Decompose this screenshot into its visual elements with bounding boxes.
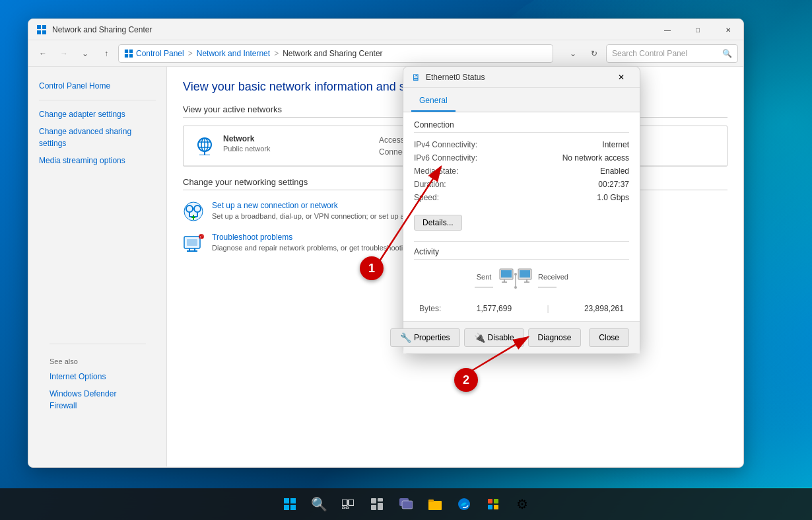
dialog-title-bar: 🖥 Ethernet0 Status ✕ bbox=[403, 67, 640, 88]
dropdown-button[interactable]: ⌄ bbox=[564, 44, 582, 63]
breadcrumb-network-internet[interactable]: Network and Internet bbox=[197, 49, 270, 58]
ipv6-label: IPv6 Connectivity: bbox=[414, 153, 477, 163]
up-button[interactable]: ↑ bbox=[97, 44, 116, 63]
svg-point-47 bbox=[514, 286, 517, 289]
ipv4-label: IPv4 Connectivity: bbox=[414, 140, 477, 149]
disable-button[interactable]: 🔌 Disable bbox=[464, 328, 524, 347]
dialog-content: Connection IPv4 Connectivity: Internet I… bbox=[403, 112, 640, 321]
troubleshoot-svg: ! bbox=[183, 233, 204, 254]
svg-rect-55 bbox=[342, 500, 347, 505]
sent-bytes: 1,577,699 bbox=[477, 304, 512, 313]
breadcrumb-cp[interactable]: Control Panel bbox=[136, 49, 184, 58]
ipv6-row: IPv6 Connectivity: No network access bbox=[414, 151, 629, 165]
sidebar-item-defender-firewall[interactable]: Windows Defender Firewall bbox=[39, 385, 156, 414]
sidebar-item-change-advanced-sharing[interactable]: Change advanced sharing settings bbox=[28, 123, 166, 152]
taskbar-search-icon[interactable]: 🔍 bbox=[307, 492, 331, 516]
new-connection-svg bbox=[183, 201, 204, 222]
taskbar-edge-icon[interactable] bbox=[452, 492, 476, 516]
recent-button[interactable]: ⌄ bbox=[76, 44, 94, 63]
svg-rect-4 bbox=[125, 49, 128, 52]
taskbar-store-icon[interactable] bbox=[481, 492, 505, 516]
svg-rect-71 bbox=[488, 505, 492, 509]
svg-rect-60 bbox=[378, 498, 383, 501]
svg-rect-51 bbox=[284, 498, 289, 503]
network-name: Network bbox=[223, 134, 271, 143]
network-icon bbox=[194, 137, 215, 155]
duration-value: 00:27:37 bbox=[598, 180, 629, 189]
svg-rect-69 bbox=[488, 499, 492, 503]
svg-rect-53 bbox=[284, 505, 289, 510]
search-placeholder: Search Control Panel bbox=[612, 49, 720, 58]
dialog-close-button[interactable]: ✕ bbox=[611, 67, 632, 88]
address-bar[interactable]: Control Panel > Network and Internet > N… bbox=[118, 44, 553, 63]
svg-rect-1 bbox=[42, 25, 46, 29]
tab-general[interactable]: General bbox=[411, 93, 456, 112]
sidebar-item-internet-options[interactable]: Internet Options bbox=[39, 368, 156, 385]
breadcrumb-sep-1: > bbox=[188, 49, 193, 58]
ipv6-value: No network access bbox=[562, 153, 629, 163]
disable-label: Disable bbox=[488, 333, 514, 342]
address-icon bbox=[124, 49, 133, 58]
diagnose-button[interactable]: Diagnose bbox=[528, 328, 582, 347]
svg-rect-3 bbox=[42, 30, 46, 34]
back-button[interactable]: ← bbox=[34, 44, 52, 63]
close-button[interactable]: ✕ bbox=[713, 19, 743, 40]
bytes-label: Bytes: bbox=[419, 304, 441, 313]
svg-rect-42 bbox=[520, 270, 530, 278]
svg-rect-56 bbox=[349, 500, 354, 505]
details-button[interactable]: Details... bbox=[414, 215, 462, 231]
svg-rect-52 bbox=[290, 498, 296, 503]
network-computer-icon bbox=[498, 265, 533, 299]
svg-rect-54 bbox=[290, 505, 296, 510]
refresh-button[interactable]: ↻ bbox=[585, 44, 603, 63]
network-type: Public network bbox=[223, 145, 271, 153]
svg-rect-0 bbox=[37, 25, 41, 29]
minimize-button[interactable]: — bbox=[652, 19, 683, 40]
media-state-value: Enabled bbox=[600, 167, 629, 176]
dialog-title-icon: 🖥 bbox=[411, 72, 421, 83]
taskbar-taskview-icon[interactable] bbox=[336, 492, 360, 516]
activity-row: Sent —— bbox=[414, 265, 629, 299]
sent-col: Sent —— bbox=[475, 273, 493, 291]
taskbar: 🔍 bbox=[0, 488, 812, 520]
sidebar-item-control-panel-home[interactable]: Control Panel Home bbox=[28, 77, 166, 94]
svg-rect-61 bbox=[371, 505, 376, 510]
svg-rect-59 bbox=[371, 498, 376, 503]
diagnose-label: Diagnose bbox=[538, 333, 572, 342]
title-bar: Network and Sharing Center — □ ✕ bbox=[28, 19, 743, 40]
navigation-bar: ← → ⌄ ↑ Control Panel > Network and Inte… bbox=[28, 40, 743, 67]
properties-button[interactable]: 🔧 Properties bbox=[390, 328, 460, 347]
bytes-divider: | bbox=[547, 304, 549, 313]
speed-label: Speed: bbox=[414, 193, 439, 202]
taskbar-settings-icon[interactable]: ⚙ bbox=[510, 492, 534, 516]
annotation-1-label: 1 bbox=[368, 262, 375, 276]
troubleshoot-icon: ! bbox=[183, 233, 204, 254]
sidebar-item-change-adapter[interactable]: Change adapter settings bbox=[28, 106, 166, 123]
dialog-tabs: General bbox=[403, 88, 640, 112]
search-icon[interactable]: 🔍 bbox=[722, 49, 732, 58]
connection-section-label: Connection bbox=[414, 120, 629, 133]
maximize-button[interactable]: □ bbox=[683, 19, 713, 40]
taskbar-fileexplorer-icon[interactable] bbox=[423, 492, 447, 516]
duration-row: Duration: 00:27:37 bbox=[414, 178, 629, 191]
received-line: —— bbox=[538, 281, 557, 291]
svg-rect-38 bbox=[501, 270, 512, 278]
media-state-row: Media State: Enabled bbox=[414, 165, 629, 178]
svg-rect-62 bbox=[378, 503, 383, 510]
sidebar: Control Panel Home Change adapter settin… bbox=[28, 67, 167, 466]
sidebar-item-media-streaming[interactable]: Media streaming options bbox=[28, 152, 166, 169]
search-box[interactable]: Search Control Panel 🔍 bbox=[606, 44, 738, 63]
media-state-label: Media State: bbox=[414, 167, 458, 176]
window-icon bbox=[36, 24, 47, 35]
taskbar-windows-icon[interactable] bbox=[278, 492, 302, 516]
dialog-title: Ethernet0 Status bbox=[426, 73, 611, 82]
window-controls: — □ ✕ bbox=[652, 19, 743, 40]
received-label: Received bbox=[538, 273, 568, 281]
forward-button[interactable]: → bbox=[55, 44, 73, 63]
computers-icon bbox=[498, 265, 533, 297]
dialog-close-footer-button[interactable]: Close bbox=[589, 328, 629, 347]
taskbar-widgets-icon[interactable] bbox=[365, 492, 389, 516]
ipv4-row: IPv4 Connectivity: Internet bbox=[414, 138, 629, 151]
properties-label: Properties bbox=[414, 333, 450, 342]
taskbar-chat-icon[interactable] bbox=[394, 492, 418, 516]
